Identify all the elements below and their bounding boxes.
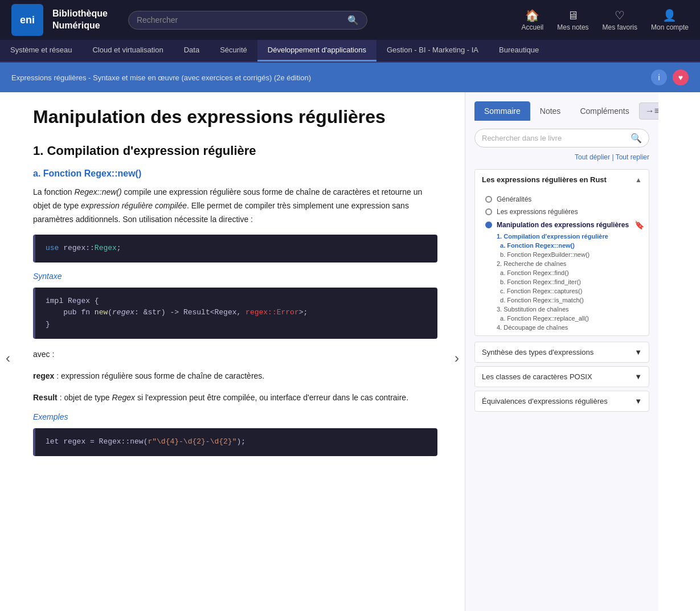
logo[interactable]: eni: [11, 4, 43, 36]
avec-label: avec :: [33, 348, 437, 362]
right-sidebar: Sommaire Notes Compléments →≡ 🔍 Tout dép…: [465, 92, 658, 611]
toc-section-equivalences: Équivalences d'expressions régulières ▼: [474, 391, 649, 412]
global-search[interactable]: 🔍: [128, 11, 367, 30]
header: eni Bibliothèque Numérique 🔍 🏠 Accueil 🖥…: [0, 0, 700, 40]
toc-section-header-rust[interactable]: Les expressions régulières en Rust ▲: [475, 170, 649, 190]
regex-def: regex : expression régulière sous forme …: [33, 370, 437, 383]
favorite-button[interactable]: ♥: [673, 69, 689, 85]
result-def: Result : objet de type Regex si l'expres…: [33, 391, 437, 405]
book-search-input[interactable]: [482, 134, 631, 142]
toc-sub-substitution[interactable]: 3. Substitution de chaînes: [492, 305, 649, 314]
toc-sub-find[interactable]: a. Fonction Regex::find(): [492, 268, 649, 277]
breadcrumb-bar: Expressions régulières - Syntaxe et mise…: [0, 63, 700, 92]
toc-section-header-synthese[interactable]: Synthèse des types d'expressions ▼: [475, 342, 649, 362]
expand-sidebar-button[interactable]: →≡: [639, 102, 658, 120]
toc-sub-recherche[interactable]: 2. Recherche de chaînes: [492, 259, 649, 268]
paragraph1: La fonction Regex::new() compile une exp…: [33, 186, 437, 226]
nav-dev[interactable]: Développement d'applications: [257, 40, 376, 61]
radio-generalites: [485, 196, 492, 203]
section1-title: 1. Compilation d'expression régulière: [33, 143, 437, 158]
search-icon[interactable]: 🔍: [347, 15, 359, 26]
nav-data[interactable]: Data: [174, 40, 210, 61]
search-input[interactable]: [137, 15, 347, 24]
main-layout: ‹ Manipulation des expressions régulière…: [0, 92, 700, 611]
toc-sub-replace-all[interactable]: a. Fonction Regex::replace_all(): [492, 314, 649, 323]
site-title: Bibliothèque Numérique: [52, 8, 108, 32]
header-nav: 🏠 Accueil 🖥 Mes notes ♡ Mes favoris 👤 Mo…: [522, 9, 689, 31]
nav-systeme[interactable]: Système et réseau: [0, 40, 82, 61]
toc-section-posix: Les classes de caractères POSIX ▼: [474, 366, 649, 387]
collapse-all-link[interactable]: Tout replier: [616, 153, 649, 161]
page-title: Manipulation des expressions régulières: [33, 106, 437, 128]
bookmark-icon: 🔖: [634, 220, 644, 229]
radio-expressions: [485, 208, 492, 215]
chevron-down-icon-posix: ▼: [634, 372, 642, 381]
nav-mon-compte[interactable]: 👤 Mon compte: [651, 9, 689, 31]
toc-section-rust-regex: Les expressions régulières en Rust ▲ Gén…: [474, 169, 649, 336]
chevron-down-icon-synthese: ▼: [634, 348, 642, 356]
info-button[interactable]: i: [651, 69, 667, 85]
user-icon: 👤: [662, 9, 677, 22]
syntaxe-link[interactable]: Syntaxe: [33, 272, 62, 281]
tab-sommaire[interactable]: Sommaire: [474, 101, 530, 121]
exemples-link[interactable]: Exemples: [33, 412, 68, 421]
toc-sub-compilation[interactable]: 1. Compilation d'expression régulière: [492, 232, 649, 241]
toc-entry-manipulation[interactable]: Manipulation des expressions régulières …: [481, 218, 649, 232]
toc-section-header-equivalences[interactable]: Équivalences d'expressions régulières ▼: [475, 391, 649, 411]
toc-section-header-posix[interactable]: Les classes de caractères POSIX ▼: [475, 367, 649, 387]
nav-accueil[interactable]: 🏠 Accueil: [522, 9, 544, 31]
chevron-down-icon-equivalences: ▼: [634, 397, 642, 405]
toc-sub-is-match[interactable]: d. Fonction Regex::is_match(): [492, 296, 649, 305]
expand-all-link[interactable]: Tout déplier: [575, 153, 610, 161]
heart-icon: ♡: [615, 9, 625, 22]
next-page-button[interactable]: ›: [449, 92, 465, 611]
sidebar-tabs: Sommaire Notes Compléments →≡: [474, 101, 649, 121]
radio-manipulation: [485, 222, 492, 228]
nav-securite[interactable]: Sécurité: [210, 40, 257, 61]
breadcrumb-icons: i ♥: [651, 69, 689, 85]
toc-entry-generalites[interactable]: Généralités: [481, 193, 649, 206]
toc-section-synthese: Synthèse des types d'expressions ▼: [474, 342, 649, 363]
toc-sub-captures[interactable]: c. Fonction Regex::captures(): [492, 286, 649, 296]
toc-entries: Généralités Les expressions régulières M…: [475, 190, 649, 335]
home-icon: 🏠: [525, 9, 539, 22]
toc-entry-expressions[interactable]: Les expressions régulières: [481, 206, 649, 218]
notes-icon: 🖥: [567, 9, 579, 22]
toc-sub-find-iter[interactable]: b. Fonction Regex::find_iter(): [492, 277, 649, 286]
nav-mes-favoris[interactable]: ♡ Mes favoris: [603, 9, 637, 31]
nav-bureautique[interactable]: Bureautique: [489, 40, 549, 61]
code-block-3: let regex = Regex::new(r"\d{4}-\d{2}-\d{…: [33, 428, 437, 456]
tab-notes[interactable]: Notes: [530, 101, 571, 121]
toc-sub-regexbuilder[interactable]: b. Fonction RegexBuilder::new(): [492, 250, 649, 259]
code-block-1: use regex::Regex;: [33, 235, 437, 263]
chevron-up-icon: ▲: [635, 176, 642, 184]
subsection-a-title[interactable]: a. Fonction Regex::new(): [33, 169, 437, 179]
code-block-2: impl Regex { pub fn new(regex: &str) -> …: [33, 288, 437, 339]
nav-mes-notes[interactable]: 🖥 Mes notes: [557, 9, 588, 31]
expand-controls: Tout déplier | Tout replier: [474, 153, 649, 161]
nav-gestion[interactable]: Gestion - BI - Marketing - IA: [376, 40, 489, 61]
nav-cloud[interactable]: Cloud et virtualisation: [82, 40, 173, 61]
book-search-icon: 🔍: [631, 133, 642, 143]
toc-sub-regex-new[interactable]: a. Fonction Regex::new(): [492, 241, 649, 250]
breadcrumb-text: Expressions régulières - Syntaxe et mise…: [11, 73, 311, 82]
toc-sub-decoupage[interactable]: 4. Découpage de chaînes: [492, 323, 649, 332]
prev-page-button[interactable]: ‹: [0, 92, 16, 611]
content-area: Manipulation des expressions régulières …: [16, 92, 449, 611]
toc-sub-items: 1. Compilation d'expression régulière a.…: [481, 232, 649, 332]
tab-complements[interactable]: Compléments: [570, 101, 638, 121]
book-search[interactable]: 🔍: [474, 129, 649, 147]
top-nav: Système et réseau Cloud et virtualisatio…: [0, 40, 700, 63]
